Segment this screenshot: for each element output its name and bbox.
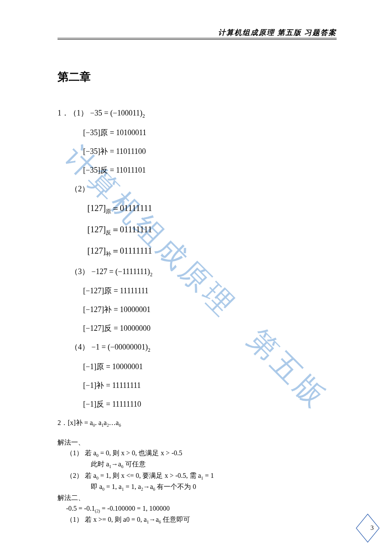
q2-m1-l4: 即 a0 = 1, a1 = 1, a2→a6 有一个不为 0 — [58, 482, 337, 493]
q2-m2-l2a: （1） 若 x >= 0, 则 a0 = 0, a — [66, 516, 147, 523]
q1-3-bu: [−127]补 = 10000001 — [58, 304, 337, 315]
q1-2-yuan-lhs: [127] — [87, 203, 106, 213]
q2-m1-l3c: = 1 — [203, 472, 214, 479]
q1-1-bu: [−35]补 = 11011100 — [58, 146, 337, 156]
q1-2-bu-sub: 补 — [106, 251, 111, 257]
q2-sub6: 6 — [119, 423, 121, 428]
q2-m1-l1: （1） 若 a0 = 0, 则 x > 0, 也满足 x > -0.5 — [58, 448, 337, 459]
page-number: 3 — [371, 524, 374, 532]
q1-2-fan-sub: 反 — [106, 229, 111, 236]
q1-1-yuan: [−35]原 = 10100011 — [58, 127, 337, 138]
q2-head: 2．[x]补 = a0. a1a2…a6 — [58, 418, 337, 429]
q1-4-label: （4） — [70, 343, 89, 351]
q2-m1-title: 解法一、 — [58, 437, 337, 448]
q2-m2-l1b: = -0.100000 = 1, 100000 — [100, 505, 170, 512]
q2-head-b: . a — [95, 419, 101, 426]
q2-m2-l2: （1） 若 x >= 0, 则 a0 = 0, a1→a6 任意即可 — [58, 515, 337, 526]
q1-2-yuan-rhs: ＝01111111 — [111, 203, 152, 213]
q1-3-lead: （3） −127 = (−1111111)2 — [58, 266, 337, 278]
q1-1-fan: [−35]反 = 11011101 — [58, 165, 337, 175]
q2-m1-l4a: 即 a — [91, 483, 102, 490]
q1-3-expr: −127 = (−1111111) — [92, 267, 150, 276]
q2-m1-l2b: →a — [111, 460, 121, 468]
q2-m1-l1b: = 0, 则 x > 0, 也满足 x > -0.5 — [98, 449, 182, 457]
q1-4-yuan: [−1]原 = 10000001 — [58, 361, 337, 372]
q1-1-label: 1．（1） — [58, 109, 88, 117]
q2-m1-l4b: = 1, a — [104, 483, 121, 490]
q2-m2-l2c: 任意即可 — [161, 516, 190, 523]
q1-1-base: 2 — [142, 113, 145, 119]
q2-m1-l2: 此时 a1→a6 可任意 — [58, 459, 337, 470]
q2-m1-l3: （2） 若 a0 = 1, 则 x <= 0, 要满足 x > -0.5, 需 … — [58, 471, 337, 482]
svg-marker-0 — [356, 514, 379, 542]
q2-m1-l1a: （1） 若 a — [66, 449, 96, 457]
q1-2-label: （2） — [58, 184, 337, 194]
q1-2-bu-rhs: ＝01111111 — [111, 246, 152, 255]
running-header: 计算机组成原理 第五版 习题答案 — [58, 28, 337, 40]
q1-4-fan: [−1]反 = 11111110 — [58, 399, 337, 409]
page-content: 计算机组成原理 第五版 习题答案 第二章 1．（1） −35 = (−10001… — [0, 0, 392, 526]
q1-4-lead: （4） −1 = (−00000001)2 — [58, 342, 337, 353]
q1-2-fan-lhs: [127] — [87, 225, 106, 234]
q2-m2-l1: -0.5 = -0.1(2) = -0.100000 = 1, 100000 — [58, 503, 337, 515]
q2-m1-l3b: = 1, 则 x <= 0, 要满足 x > -0.5, 需 a — [98, 472, 201, 479]
q2-m1-l2a: 此时 a — [91, 460, 109, 468]
page-fold-icon — [355, 513, 380, 543]
q2-m1-l3a: （2） 若 a — [66, 472, 96, 479]
q1-3-yuan: [−127]原 = 11111111 — [58, 286, 337, 296]
q2-m2-l1a: -0.5 = -0.1 — [66, 505, 95, 512]
q2-head-a: 2．[x]补 = a — [58, 419, 93, 426]
q1-2-fan-rhs: ＝01111111 — [111, 225, 152, 234]
q1-4-expr: −1 = (−00000001) — [92, 343, 148, 351]
q1-3-fan: [−127]反 = 10000000 — [58, 323, 337, 333]
q1-2-yuan: [127]原＝01111111 — [58, 202, 337, 215]
chapter-title: 第二章 — [58, 69, 337, 84]
q1-3-label: （3） — [70, 267, 89, 276]
q2-m1-l4d: →a — [143, 483, 153, 490]
q2-m1-l4e: 有一个不为 0 — [155, 483, 196, 490]
q1-4-bu: [−1]补 = 11111111 — [58, 380, 337, 390]
q2-m2-l1sub: (2) — [95, 509, 100, 513]
q1-2-yuan-sub: 原 — [106, 208, 111, 214]
q1-2-bu-lhs: [127] — [87, 246, 106, 255]
q2-m2-l2b: →a — [149, 516, 159, 523]
q1-1-lead: 1．（1） −35 = (−100011)2 — [58, 108, 337, 119]
q1-4-base: 2 — [148, 347, 150, 353]
q1-2-bu: [127]补＝01111111 — [58, 245, 337, 258]
q2-m1-l2c: 可任意 — [124, 460, 146, 468]
q2-head-d: …a — [109, 419, 119, 426]
q1-3-base: 2 — [150, 272, 153, 277]
q1-1-expr: −35 = (−100011) — [90, 109, 143, 117]
q1-2-fan: [127]反＝01111111 — [58, 224, 337, 237]
q2-m2-title: 解法二、 — [58, 493, 337, 503]
q2-m1-l4c: = 1, a — [124, 483, 141, 490]
